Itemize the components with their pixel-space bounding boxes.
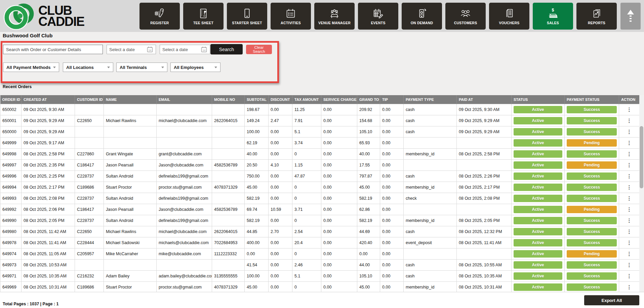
payment-type-cell: cash [404, 271, 457, 282]
name-cell [104, 138, 157, 149]
employee-filter[interactable]: All Employees [170, 63, 220, 72]
payment-type-cell: membership_id [404, 282, 457, 292]
payment-status-badge: Success [567, 228, 617, 235]
kebab-menu-icon[interactable]: ⋮ [619, 237, 640, 248]
status-badge-cell: Active [512, 226, 565, 237]
customer-id-cell: C228737 [75, 215, 104, 226]
mobile-cell [212, 126, 245, 138]
payment-status-badge-cell: Pending [565, 138, 619, 149]
kebab-menu-icon[interactable]: ⋮ [619, 215, 640, 226]
subtotal-cell: 100.00 [245, 271, 269, 282]
status-badge-cell: Active [512, 248, 565, 260]
order-id-cell: 649973 [0, 260, 22, 271]
kebab-menu-icon[interactable]: ⋮ [619, 204, 640, 215]
payment-status-badge: Success [567, 106, 617, 113]
column-header: PAYMENT TYPE [404, 95, 457, 104]
employee-filter-value: All Employees [174, 65, 204, 70]
service-charge-cell: 0.00 [321, 215, 357, 226]
nav-label: TEE SHEET [193, 21, 213, 25]
grand-total-cell: 582.19 [357, 193, 380, 204]
mobile-cell: 4582536789 [212, 204, 245, 215]
order-id-cell: 649994 [0, 182, 22, 193]
tax-cell: 7.91 [292, 115, 321, 126]
tax-cell: 1.15 [292, 160, 321, 171]
nav-events[interactable]: EVENTS [358, 3, 398, 30]
payment-status-badge: Success [567, 195, 617, 202]
kebab-menu-icon[interactable]: ⋮ [619, 248, 640, 260]
created-at-cell: 09 Oct 2025, 9:30 AM [22, 104, 75, 115]
name-cell: Sultan Android [104, 171, 157, 182]
nav-reports[interactable]: REPORTS [576, 3, 617, 30]
kebab-menu-icon[interactable]: ⋮ [619, 138, 640, 149]
nav-venue-manager[interactable]: VENUE MANAGER [314, 3, 355, 30]
customer-id-cell: C228737 [75, 171, 104, 182]
nav-register[interactable]: REGISTER [139, 3, 180, 30]
order-id-cell: 650000 [0, 126, 22, 138]
tax-cell: 0 [292, 193, 321, 204]
service-charge-cell: 0.00 [321, 282, 357, 292]
kebab-menu-icon[interactable]: ⋮ [619, 260, 640, 271]
paid-at-cell: 08 Oct 2025, 2:17 PM [457, 182, 512, 193]
status-badge-cell: Active [512, 260, 565, 271]
grand-total-cell: 797.87 [357, 171, 380, 182]
table-row: 65000109 Oct 2025, 9:29 AMC22650Michael … [0, 115, 640, 126]
mobile-cell: 1112223332 [212, 248, 245, 260]
name-cell: Jason Pearsall [104, 204, 157, 215]
status-badge-cell: Active [512, 171, 565, 182]
export-all-button[interactable]: Export All [584, 295, 639, 305]
status-badge-cell: Active [512, 182, 565, 193]
date-to-input[interactable]: Select a date 14 [160, 45, 210, 54]
created-at-cell: 08 Oct 2025, 2:58 PM [22, 149, 75, 160]
table-row: 64997308 Oct 2025, 10:53 AM41.540.002.46… [0, 260, 640, 271]
kebab-menu-icon[interactable]: ⋮ [619, 271, 640, 282]
grand-total-cell: 44.69 [357, 226, 380, 237]
terminal-filter[interactable]: All Terminals [116, 63, 167, 72]
kebab-menu-icon[interactable]: ⋮ [619, 104, 640, 115]
tip-cell: 0.00 [380, 138, 404, 149]
kebab-menu-icon[interactable]: ⋮ [619, 126, 640, 138]
status-badge: Active [514, 106, 562, 113]
nav-tee-sheet[interactable]: TEE SHEET [183, 3, 224, 30]
subtotal-cell: 750.00 [245, 171, 269, 182]
kebab-menu-icon[interactable]: ⋮ [619, 160, 640, 171]
kebab-menu-icon[interactable]: ⋮ [619, 182, 640, 193]
order-search-input[interactable] [3, 45, 103, 54]
search-button[interactable]: Search [210, 44, 243, 54]
clear-search-button[interactable]: Clear Search [246, 45, 272, 54]
grand-total-cell: 62.86 [357, 204, 380, 215]
payment-type-cell: membership_id [404, 149, 457, 160]
svg-text:14: 14 [149, 49, 152, 52]
scrollbar-thumb[interactable] [640, 126, 643, 188]
nav-vouchers[interactable]: VOUCHERS [489, 3, 529, 30]
payment-status-badge-cell: Success [565, 115, 619, 126]
service-charge-cell: 0.00 [321, 193, 357, 204]
nav-sales[interactable]: $ SALES [533, 3, 573, 30]
status-badge-cell: Active [512, 104, 565, 115]
payment-type-cell: cash [404, 126, 457, 138]
payment-method-filter[interactable]: All Payment Methods [3, 63, 59, 72]
kebab-menu-icon[interactable]: ⋮ [619, 149, 640, 160]
nav-on-demand[interactable]: ON DEMAND [402, 3, 442, 30]
tax-cell: 2.54 [292, 226, 321, 237]
nav-customers[interactable]: CUSTOMERS [445, 3, 486, 30]
kebab-menu-icon[interactable]: ⋮ [619, 193, 640, 204]
location-filter[interactable]: All Locations [63, 63, 113, 72]
kebab-menu-icon[interactable]: ⋮ [619, 171, 640, 182]
paid-at-cell [457, 160, 512, 171]
scroll-top-button[interactable] [620, 3, 641, 30]
kebab-menu-icon[interactable]: ⋮ [619, 282, 640, 292]
vertical-scrollbar[interactable] [639, 95, 644, 292]
date-from-placeholder: Select a date [109, 47, 135, 52]
kebab-menu-icon[interactable]: ⋮ [619, 115, 640, 126]
nav-starter-sheet[interactable]: STARTER SHEET [227, 3, 267, 30]
order-id-cell: 649969 [0, 282, 22, 292]
footer-bar: Total Pages : 1037 | Page : 1 Export All [0, 292, 644, 308]
nav-activities[interactable]: ACTIVITIES [271, 3, 311, 30]
kebab-menu-icon[interactable]: ⋮ [619, 226, 640, 237]
payment-status-badge: Success [567, 128, 617, 136]
date-from-input[interactable]: Select a date 14 [107, 45, 156, 54]
chevron-down-icon [214, 67, 217, 68]
discount-cell: 10.59 [269, 204, 292, 215]
status-badge-cell: Active [512, 215, 565, 226]
status-badge: Active [514, 150, 562, 158]
